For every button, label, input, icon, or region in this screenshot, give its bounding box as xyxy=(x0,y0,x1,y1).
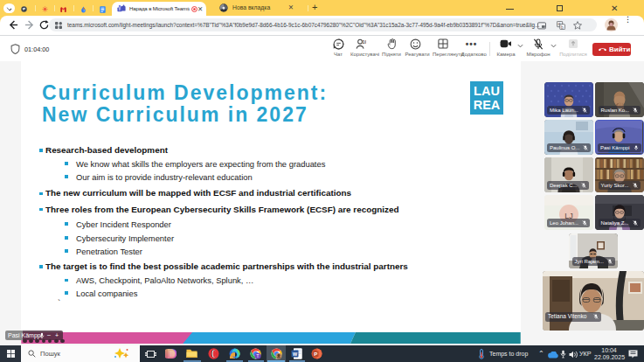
svg-text:b: b xyxy=(561,24,564,30)
svg-text:10: 10 xyxy=(363,39,366,45)
svg-text:w: w xyxy=(292,351,298,357)
svg-text:P: P xyxy=(314,352,317,357)
